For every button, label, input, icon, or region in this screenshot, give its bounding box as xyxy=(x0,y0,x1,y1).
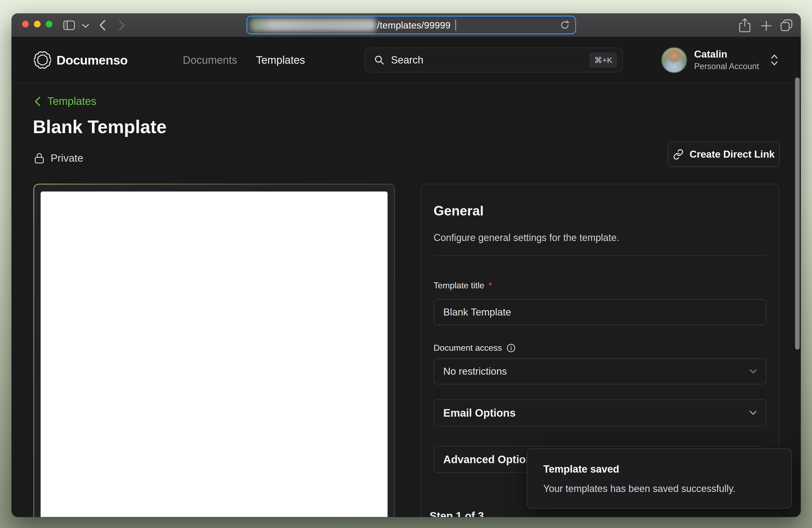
share-icon[interactable] xyxy=(739,18,750,33)
panel-title: General xyxy=(434,203,767,219)
browser-window: /templates/99999 Documenso Documents xyxy=(12,13,801,517)
info-icon[interactable] xyxy=(506,343,516,353)
sidebar-toggle-icon[interactable] xyxy=(63,20,75,30)
brand-logo[interactable]: Documenso xyxy=(34,52,128,69)
breadcrumb-label: Templates xyxy=(47,95,96,107)
page-title: Blank Template xyxy=(33,116,167,137)
toast-message: Your templates has been saved successful… xyxy=(543,483,775,494)
chevron-down-icon xyxy=(749,410,757,415)
email-options-label: Email Options xyxy=(443,407,516,419)
template-title-input[interactable] xyxy=(434,299,767,325)
step-indicator: Step 1 of 3 xyxy=(430,510,484,517)
documenso-logo-icon xyxy=(34,52,51,69)
url-path-text: /templates/99999 xyxy=(377,20,450,31)
tab-overview-icon[interactable] xyxy=(780,19,793,32)
zoom-window-button[interactable] xyxy=(46,21,53,27)
page-content: Templates Blank Template Private Create … xyxy=(12,83,801,517)
scrollbar-thumb[interactable] xyxy=(795,77,800,350)
search-input[interactable]: Search ⌘+K xyxy=(365,48,623,72)
search-shortcut-badge: ⌘+K xyxy=(590,53,617,68)
visibility-label: Private xyxy=(50,152,83,164)
brand-name: Documenso xyxy=(57,53,128,68)
search-icon xyxy=(374,55,384,65)
required-marker: * xyxy=(489,280,492,291)
search-placeholder: Search xyxy=(391,54,423,66)
document-access-label: Document access xyxy=(434,343,767,353)
avatar xyxy=(661,47,687,73)
app-header: Documenso Documents Templates Search ⌘+K… xyxy=(12,37,801,83)
new-tab-icon[interactable] xyxy=(761,20,772,31)
toast-title: Template saved xyxy=(543,464,775,475)
panel-description: Configure general settings for the templ… xyxy=(434,232,767,244)
account-type: Personal Account xyxy=(694,62,759,71)
link-icon xyxy=(673,149,684,160)
document-page[interactable] xyxy=(41,191,388,517)
nav-documents[interactable]: Documents xyxy=(183,54,237,66)
document-access-select[interactable]: No restrictions xyxy=(434,358,767,384)
visibility-status: Private xyxy=(34,152,83,164)
template-title-label: Template title * xyxy=(434,280,767,291)
document-preview-card xyxy=(33,184,395,517)
panel-divider xyxy=(434,255,767,256)
chevron-left-icon xyxy=(34,97,40,106)
reload-icon[interactable] xyxy=(560,20,570,30)
minimize-window-button[interactable] xyxy=(34,21,41,27)
forward-icon xyxy=(119,20,125,31)
document-access-value: No restrictions xyxy=(443,366,507,377)
account-menu[interactable]: Catalin Personal Account xyxy=(661,47,778,73)
template-title-label-text: Template title xyxy=(434,280,484,291)
chevron-down-icon[interactable] xyxy=(82,24,89,28)
chevron-up-down-icon xyxy=(770,54,778,66)
advanced-options-label: Advanced Options xyxy=(443,454,538,466)
toolbar-divider xyxy=(78,20,79,30)
text-caret xyxy=(455,20,456,30)
browser-titlebar: /templates/99999 xyxy=(12,13,801,37)
url-blurred-domain xyxy=(250,18,376,31)
address-bar[interactable]: /templates/99999 xyxy=(247,17,575,33)
toast-notification[interactable]: Template saved Your templates has been s… xyxy=(527,449,792,509)
document-preview-frame xyxy=(34,185,394,517)
back-icon[interactable] xyxy=(99,20,106,31)
create-direct-link-button[interactable]: Create Direct Link xyxy=(668,142,780,167)
document-access-label-text: Document access xyxy=(434,343,502,353)
account-name: Catalin xyxy=(694,49,759,60)
main-nav: Documents Templates xyxy=(183,54,305,66)
chevron-down-icon xyxy=(749,369,757,374)
close-window-button[interactable] xyxy=(22,21,29,27)
email-options-section[interactable]: Email Options xyxy=(434,399,767,426)
create-direct-link-label: Create Direct Link xyxy=(690,149,775,160)
breadcrumb[interactable]: Templates xyxy=(34,95,96,107)
lock-icon xyxy=(34,152,44,164)
nav-templates[interactable]: Templates xyxy=(256,54,305,66)
traffic-lights xyxy=(22,21,53,27)
